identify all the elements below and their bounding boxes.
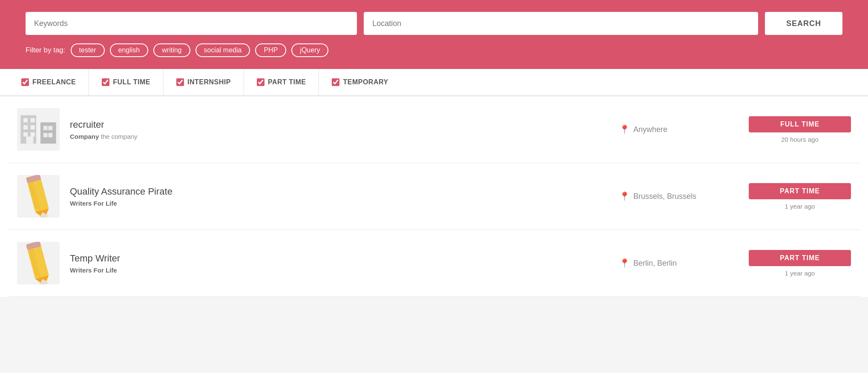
svg-rect-3 [31,118,35,122]
svg-rect-12 [26,137,34,144]
job-time-ago: 20 hours ago [749,136,851,143]
job-type-section: PART TIME 1 year ago [749,250,851,277]
filter-type-label-fulltime: FULL TIME [113,78,150,86]
location-text: Anywhere [633,125,667,134]
job-time-ago: 1 year ago [749,270,851,277]
tag-pill-english[interactable]: english [110,43,149,57]
job-title: Temp Writer [70,253,609,264]
filter-type-label-freelance: FREELANCE [32,78,76,86]
job-list: recruiter Company the company 📍 Anywhere… [0,96,868,297]
svg-rect-11 [48,133,52,137]
svg-rect-1 [40,122,56,143]
location-text: Berlin, Berlin [633,259,677,268]
job-location: 📍 Anywhere [619,124,739,135]
checkbox-parttime[interactable] [257,78,264,86]
job-location: 📍 Brussels, Brussels [619,191,739,201]
checkbox-temporary[interactable] [332,78,339,86]
job-company: Writers For Life [70,267,609,274]
checkbox-fulltime[interactable] [102,78,109,86]
filter-type-bar: FREELANCE FULL TIME INTERNSHIP PART TIME… [0,69,868,96]
svg-rect-4 [23,125,28,129]
job-company: Company the company [70,133,609,140]
svg-rect-7 [31,132,35,137]
keyword-input[interactable] [26,12,357,35]
job-time-ago: 1 year ago [749,203,851,210]
tag-pill-tester[interactable]: tester [71,43,105,57]
tag-pill-PHP[interactable]: PHP [255,43,286,57]
job-type-badge[interactable]: FULL TIME [749,116,851,132]
job-type-section: PART TIME 1 year ago [749,183,851,210]
filter-type-label-internship: INTERNSHIP [187,78,231,86]
tag-pill-writing[interactable]: writing [153,43,190,57]
job-type-badge[interactable]: PART TIME [749,250,851,266]
job-item[interactable]: recruiter Company the company 📍 Anywhere… [9,96,859,163]
filter-tag-row: Filter by tag: testerenglishwritingsocia… [26,43,842,57]
svg-rect-10 [43,133,48,137]
location-pin-icon: 📍 [619,258,630,268]
job-title: Quality Assurance Pirate [70,186,609,197]
job-title: recruiter [70,119,609,130]
job-info: Temp Writer Writers For Life [70,253,609,274]
job-company: Writers For Life [70,200,609,207]
svg-rect-9 [48,126,52,130]
location-pin-icon: 📍 [619,191,630,201]
job-logo [17,108,60,151]
location-text: Brussels, Brussels [633,192,696,201]
checkbox-freelance[interactable] [21,78,29,86]
svg-rect-5 [31,125,35,129]
job-item[interactable]: Temp Writer Writers For Life 📍 Berlin, B… [9,230,859,297]
checkbox-internship[interactable] [176,78,184,86]
job-info: recruiter Company the company [70,119,609,140]
filter-type-internship[interactable]: INTERNSHIP [164,69,244,95]
svg-rect-6 [23,132,28,137]
app-container: SEARCH Filter by tag: testerenglishwriti… [0,0,868,297]
tag-pill-social-media[interactable]: social media [195,43,250,57]
search-header: SEARCH Filter by tag: testerenglishwriti… [0,0,868,69]
job-location: 📍 Berlin, Berlin [619,258,739,268]
search-button[interactable]: SEARCH [765,12,842,35]
job-logo [17,175,60,218]
search-row: SEARCH [26,12,842,35]
filter-type-freelance[interactable]: FREELANCE [9,69,89,95]
job-type-section: FULL TIME 20 hours ago [749,116,851,143]
job-info: Quality Assurance Pirate Writers For Lif… [70,186,609,207]
job-type-badge[interactable]: PART TIME [749,183,851,199]
filter-type-label-temporary: TEMPORARY [343,78,388,86]
filter-type-label-parttime: PART TIME [268,78,306,86]
job-item[interactable]: Quality Assurance Pirate Writers For Lif… [9,163,859,230]
svg-rect-2 [23,118,28,122]
filter-type-parttime[interactable]: PART TIME [244,69,319,95]
location-pin-icon: 📍 [619,124,630,135]
filter-by-tag-label: Filter by tag: [26,46,66,55]
location-input[interactable] [364,12,758,35]
filter-type-temporary[interactable]: TEMPORARY [319,69,401,95]
filter-type-fulltime[interactable]: FULL TIME [89,69,164,95]
job-logo [17,242,60,284]
svg-rect-8 [43,126,48,130]
tag-pill-jQuery[interactable]: jQuery [291,43,328,57]
